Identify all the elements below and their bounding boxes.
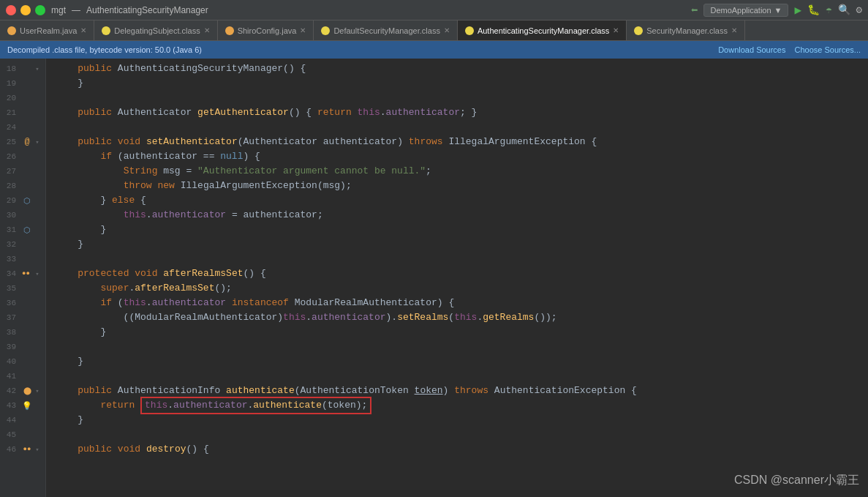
back-icon[interactable]: ⬅ bbox=[691, 3, 698, 18]
gutter-icon-21 bbox=[22, 109, 32, 117]
line-num-39: 39 bbox=[0, 343, 22, 351]
tab-DefaultSecurityManager[interactable]: DefaultSecurityManager.class ✕ bbox=[314, 20, 458, 40]
settings-button[interactable]: ⚙ bbox=[856, 4, 862, 16]
download-sources-link[interactable]: Download Sources bbox=[718, 45, 785, 54]
close-button[interactable] bbox=[6, 5, 16, 15]
tab-close-ShiroConfig[interactable]: ✕ bbox=[300, 26, 306, 34]
code-content[interactable]: public AuthenticatingSecurityManager() {… bbox=[46, 59, 868, 497]
debug-button[interactable]: 🐛 bbox=[807, 4, 820, 16]
tab-UserRealm[interactable]: UserRealm.java ✕ bbox=[0, 20, 94, 40]
line-num-41: 41 bbox=[0, 372, 22, 381]
gutter-icon-37 bbox=[22, 314, 32, 322]
gutter-row-29: 29 ⬡ bbox=[0, 193, 42, 208]
run-button[interactable]: ▶ bbox=[794, 3, 801, 18]
gutter-icon-30 bbox=[22, 212, 32, 220]
line-num-29: 29 bbox=[0, 196, 22, 205]
line-num-33: 33 bbox=[0, 255, 22, 264]
tab-ShiroConfig[interactable]: ShiroConfig.java ✕ bbox=[218, 20, 314, 40]
gutter-row-34: 34 ●● ▾ bbox=[0, 266, 42, 281]
maximize-button[interactable] bbox=[35, 5, 45, 15]
gutter-fold-27 bbox=[32, 168, 42, 176]
gutter-icon-40 bbox=[22, 358, 32, 366]
separator: — bbox=[72, 5, 80, 15]
gutter-row-38: 38 bbox=[0, 325, 42, 340]
tab-icon-SecurityManager bbox=[634, 26, 643, 35]
gutter-hint-43: 💡 bbox=[22, 401, 32, 411]
gutter-row-28: 28 bbox=[0, 179, 42, 193]
tab-icon-DefaultSecurityManager bbox=[321, 26, 330, 35]
line-num-31: 31 bbox=[0, 225, 22, 234]
run-config-selector[interactable]: DemoApplication ▼ bbox=[703, 4, 788, 17]
gutter-icon-18 bbox=[22, 65, 32, 73]
gutter-row-31: 31 ⬡ bbox=[0, 223, 42, 237]
line-num-46: 46 bbox=[0, 445, 22, 454]
gutter-row-26: 26 bbox=[0, 149, 42, 164]
line-num-36: 36 bbox=[0, 299, 22, 307]
gutter-icon-44 bbox=[22, 416, 32, 425]
gutter-row-21: 21 bbox=[0, 105, 42, 120]
tab-close-DefaultSecurityManager[interactable]: ✕ bbox=[444, 26, 450, 34]
gutter-fold-32 bbox=[32, 241, 42, 249]
line-num-37: 37 bbox=[0, 313, 22, 322]
gutter-fold-19 bbox=[32, 80, 42, 88]
gutter-icon-36 bbox=[22, 299, 32, 307]
tab-label-ShiroConfig: ShiroConfig.java bbox=[238, 26, 297, 35]
code-line-33 bbox=[55, 252, 859, 266]
gutter-annotation-25: @ bbox=[22, 137, 32, 147]
gutter-row-19: 19 bbox=[0, 76, 42, 91]
line-num-43: 43 bbox=[0, 401, 22, 410]
tab-label-UserRealm: UserRealm.java bbox=[20, 26, 77, 35]
gutter-fold-34[interactable]: ▾ bbox=[32, 270, 42, 278]
gutter-fold-28 bbox=[32, 182, 42, 190]
code-line-29: } else { bbox=[55, 193, 859, 208]
tab-close-UserRealm[interactable]: ✕ bbox=[80, 26, 86, 34]
gutter-icons-46: ●● bbox=[22, 446, 32, 453]
tab-close-SecurityManager[interactable]: ✕ bbox=[731, 26, 737, 34]
line-num-27: 27 bbox=[0, 167, 22, 176]
choose-sources-link[interactable]: Choose Sources... bbox=[795, 45, 861, 54]
tab-label-AuthenticatingSecurityManager: AuthenticatingSecurityManager.class bbox=[478, 26, 609, 35]
line-num-34: 34 bbox=[0, 269, 22, 278]
tab-icon-DelegatingSubject bbox=[102, 26, 110, 35]
gutter-fold-43 bbox=[32, 402, 42, 410]
gutter-row-44: 44 bbox=[0, 413, 42, 427]
gutter-fold-38 bbox=[32, 329, 42, 337]
tab-icon-UserRealm bbox=[7, 26, 16, 35]
info-bar-actions: Download Sources Choose Sources... bbox=[718, 45, 861, 54]
gutter-fold-33 bbox=[32, 255, 42, 264]
gutter-row-42: 42 ⬤ ▾ bbox=[0, 384, 42, 398]
tab-icon-ShiroConfig bbox=[225, 26, 234, 35]
line-num-20: 20 bbox=[0, 94, 22, 102]
gutter-fold-46[interactable]: ▾ bbox=[32, 446, 42, 454]
gutter-fold-25[interactable]: ▾ bbox=[32, 138, 42, 146]
gutter-fold-18[interactable]: ▾ bbox=[32, 65, 42, 73]
window-controls[interactable] bbox=[6, 5, 45, 15]
decompile-info: Decompiled .class file, bytecode version… bbox=[7, 45, 718, 54]
gutter-fold-45 bbox=[32, 431, 42, 439]
run-config-label: DemoApplication bbox=[710, 6, 771, 15]
gutter-fold-44 bbox=[32, 416, 42, 425]
line-num-19: 19 bbox=[0, 79, 22, 88]
line-num-21: 21 bbox=[0, 108, 22, 117]
gutter-icon-28 bbox=[22, 182, 32, 190]
code-area: 18 ▾ 19 20 21 24 bbox=[0, 59, 868, 497]
line-num-45: 45 bbox=[0, 430, 22, 439]
gutter-row-37: 37 bbox=[0, 310, 42, 325]
gutter-fold-42[interactable]: ▾ bbox=[32, 387, 42, 395]
code-line-25: public void setAuthenticator(Authenticat… bbox=[55, 135, 859, 149]
tab-SecurityManager[interactable]: SecurityManager.class ✕ bbox=[627, 20, 745, 40]
gutter-icon-24 bbox=[22, 124, 32, 132]
gutter-fold-31 bbox=[32, 226, 42, 234]
line-num-40: 40 bbox=[0, 357, 22, 366]
tabs-row: UserRealm.java ✕ DelegatingSubject.class… bbox=[0, 20, 868, 41]
coverage-button[interactable]: ☂ bbox=[826, 4, 831, 16]
tab-DelegatingSubject[interactable]: DelegatingSubject.class ✕ bbox=[94, 20, 217, 40]
tab-close-AuthenticatingSecurityManager[interactable]: ✕ bbox=[613, 26, 619, 34]
gutter-row-45: 45 bbox=[0, 427, 42, 442]
tab-close-DelegatingSubject[interactable]: ✕ bbox=[204, 26, 210, 34]
code-line-39 bbox=[55, 340, 859, 354]
line-num-26: 26 bbox=[0, 152, 22, 161]
minimize-button[interactable] bbox=[20, 5, 31, 15]
search-button[interactable]: 🔍 bbox=[838, 4, 850, 16]
tab-AuthenticatingSecurityManager[interactable]: AuthenticatingSecurityManager.class ✕ bbox=[458, 20, 627, 40]
